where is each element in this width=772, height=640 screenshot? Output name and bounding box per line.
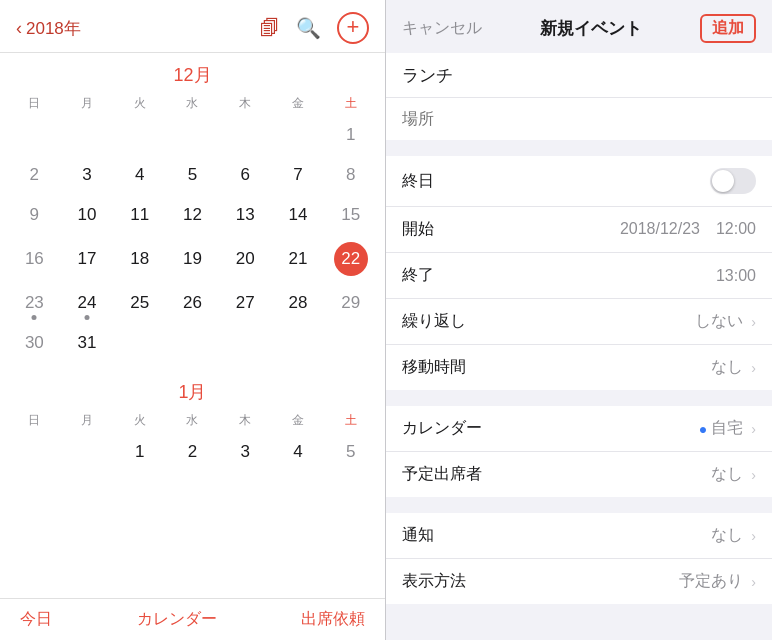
jan-day-4[interactable]: 4 (272, 433, 325, 471)
calendar-value: ● 自宅 › (699, 418, 756, 439)
cancel-button[interactable]: キャンセル (402, 18, 482, 39)
travel-chevron: › (751, 360, 756, 376)
all-day-toggle[interactable] (710, 168, 756, 194)
day-23[interactable]: 23 (8, 284, 61, 322)
event-panel: キャンセル 新規イベント 追加 終日 開始 2018/12/23 (386, 0, 772, 640)
event-location-field[interactable] (386, 98, 772, 140)
day-25[interactable]: 25 (113, 284, 166, 322)
add-event-confirm-button[interactable]: 追加 (700, 14, 756, 43)
day-27[interactable]: 27 (219, 284, 272, 322)
jan-weekday-wed: 水 (166, 410, 219, 431)
notify-value: なし › (711, 525, 756, 546)
day-15[interactable]: 15 (324, 196, 377, 234)
separator-2 (386, 398, 772, 406)
weekday-header: 日 月 火 水 木 金 土 (8, 93, 377, 114)
december-grid: 1 2 3 4 5 6 7 8 9 10 11 12 13 14 15 16 1… (8, 116, 377, 362)
day-2[interactable]: 2 (8, 156, 61, 194)
day-12[interactable]: 12 (166, 196, 219, 234)
day-10[interactable]: 10 (61, 196, 114, 234)
display-value: 予定あり › (679, 571, 756, 592)
day-1[interactable]: 1 (324, 116, 377, 154)
event-title-field[interactable] (386, 53, 772, 98)
day-6[interactable]: 6 (219, 156, 272, 194)
today-button[interactable]: 今日 (20, 609, 52, 630)
day-28[interactable]: 28 (272, 284, 325, 322)
day-30[interactable]: 30 (8, 324, 61, 362)
list-icon[interactable]: 🗐 (260, 17, 280, 40)
jan-day-1[interactable]: 1 (113, 433, 166, 471)
january-label: 1月 (8, 370, 377, 410)
attendees-value: なし › (711, 464, 756, 485)
day-5[interactable]: 5 (166, 156, 219, 194)
day-13[interactable]: 13 (219, 196, 272, 234)
repeat-chevron: › (751, 314, 756, 330)
display-field[interactable]: 表示方法 予定あり › (386, 559, 772, 604)
add-event-button[interactable]: + (337, 12, 369, 44)
calendar-body: 12月 日 月 火 水 木 金 土 1 2 3 (0, 53, 385, 598)
day-8[interactable]: 8 (324, 156, 377, 194)
calendar-field[interactable]: カレンダー ● 自宅 › (386, 406, 772, 452)
weekday-thu: 木 (219, 93, 272, 114)
start-field[interactable]: 開始 2018/12/23 12:00 (386, 207, 772, 253)
day-16[interactable]: 16 (8, 236, 61, 282)
attendees-chevron: › (751, 467, 756, 483)
day-empty (324, 324, 377, 362)
day-22-today[interactable]: 22 (324, 236, 377, 282)
event-form-title: 新規イベント (540, 17, 642, 40)
notify-chevron: › (751, 528, 756, 544)
day-31[interactable]: 31 (61, 324, 114, 362)
calendar-nav-left: ‹ 2018年 (16, 17, 81, 40)
notify-display-group: 通知 なし › 表示方法 予定あり › (386, 513, 772, 604)
time-group: 終日 開始 2018/12/23 12:00 終了 13:00 繰り返し しない… (386, 156, 772, 390)
day-24[interactable]: 24 (61, 284, 114, 322)
day-26[interactable]: 26 (166, 284, 219, 322)
calendar-nav-right: 🗐 🔍 + (260, 12, 369, 44)
day-18[interactable]: 18 (113, 236, 166, 282)
event-title-input[interactable] (402, 65, 756, 85)
travel-label: 移動時間 (402, 357, 466, 378)
day-empty (113, 324, 166, 362)
day-11[interactable]: 11 (113, 196, 166, 234)
display-chevron: › (751, 574, 756, 590)
all-day-field[interactable]: 終日 (386, 156, 772, 207)
day-3[interactable]: 3 (61, 156, 114, 194)
notify-label: 通知 (402, 525, 434, 546)
day-4[interactable]: 4 (113, 156, 166, 194)
travel-field[interactable]: 移動時間 なし › (386, 345, 772, 390)
jan-weekday-thu: 木 (219, 410, 272, 431)
weekday-tue: 火 (113, 93, 166, 114)
day-20[interactable]: 20 (219, 236, 272, 282)
jan-day-3[interactable]: 3 (219, 433, 272, 471)
repeat-label: 繰り返し (402, 311, 466, 332)
calendar-attendees-group: カレンダー ● 自宅 › 予定出席者 なし › (386, 406, 772, 497)
weekday-sat: 土 (324, 93, 377, 114)
day-29[interactable]: 29 (324, 284, 377, 322)
search-icon[interactable]: 🔍 (296, 16, 321, 40)
jan-day-5[interactable]: 5 (324, 433, 377, 471)
end-field[interactable]: 終了 13:00 (386, 253, 772, 299)
back-arrow-icon[interactable]: ‹ (16, 18, 22, 39)
day-19[interactable]: 19 (166, 236, 219, 282)
day-7[interactable]: 7 (272, 156, 325, 194)
jan-weekday-fri: 金 (272, 410, 325, 431)
event-header: キャンセル 新規イベント 追加 (386, 0, 772, 53)
notify-field[interactable]: 通知 なし › (386, 513, 772, 559)
jan-weekday-mon: 月 (61, 410, 114, 431)
calendar-footer: 今日 カレンダー 出席依頼 (0, 598, 385, 640)
weekday-sun: 日 (8, 93, 61, 114)
attendees-field[interactable]: 予定出席者 なし › (386, 452, 772, 497)
jan-day-2[interactable]: 2 (166, 433, 219, 471)
event-location-input[interactable] (402, 110, 756, 128)
day-9[interactable]: 9 (8, 196, 61, 234)
repeat-field[interactable]: 繰り返し しない › (386, 299, 772, 345)
day-21[interactable]: 21 (272, 236, 325, 282)
attendees-label: 予定出席者 (402, 464, 482, 485)
display-label: 表示方法 (402, 571, 466, 592)
day-17[interactable]: 17 (61, 236, 114, 282)
weekday-wed: 水 (166, 93, 219, 114)
day-14[interactable]: 14 (272, 196, 325, 234)
weekday-mon: 月 (61, 93, 114, 114)
attendance-button[interactable]: 出席依頼 (301, 609, 365, 630)
calendar-button[interactable]: カレンダー (137, 609, 217, 630)
day-empty (61, 116, 114, 154)
